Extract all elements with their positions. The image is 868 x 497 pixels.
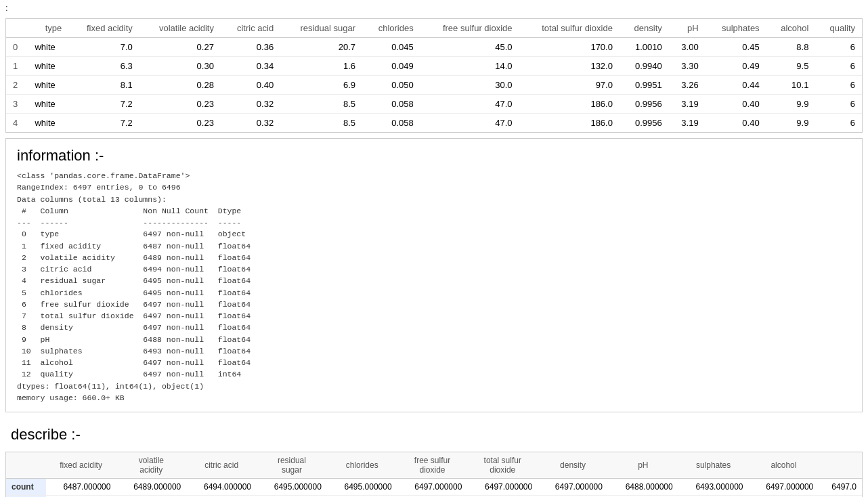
describe-header-row-1: fixed acidity volatileacidity citric aci… — [6, 452, 862, 479]
data-table-cell: 132.0 — [519, 57, 620, 76]
describe-col-extra — [819, 452, 862, 479]
data-table-cell: 6 — [815, 76, 862, 95]
data-table-cell: 6.9 — [280, 76, 362, 95]
data-table-cell: 9.9 — [766, 114, 816, 133]
describe-col-free-sulfur: free sulfurdioxide — [397, 452, 468, 479]
data-table: type fixed acidity volatile acidity citr… — [6, 19, 862, 132]
col-sulphates-header: sulphates — [706, 19, 766, 38]
data-table-cell: 0.058 — [362, 114, 420, 133]
data-table-cell: 0.32 — [221, 95, 280, 114]
data-table-header-row: type fixed acidity volatile acidity citr… — [6, 19, 862, 38]
info-section: information :- <class 'pandas.core.frame… — [5, 138, 863, 412]
describe-table-cell: 6493.000000 — [678, 479, 749, 496]
data-table-cell: 6 — [815, 38, 862, 57]
col-chlorides-header: chlorides — [362, 19, 420, 38]
describe-col-chlorides: chlorides — [327, 452, 397, 479]
data-table-cell: 8.1 — [68, 76, 139, 95]
describe-col-total-sulfur: total sulfurdioxide — [467, 452, 538, 479]
data-table-cell: 0.44 — [706, 76, 766, 95]
data-table-cell: 1.6 — [280, 57, 362, 76]
data-table-cell: 9.9 — [766, 95, 816, 114]
data-table-cell: 7.2 — [68, 114, 139, 133]
describe-table-container: fixed acidity volatileacidity citric aci… — [5, 452, 863, 497]
data-table-cell: 6 — [815, 95, 862, 114]
describe-table-cell: 6495.000000 — [327, 479, 397, 496]
data-table-row: 3white7.20.230.328.50.05847.0186.00.9956… — [6, 95, 862, 114]
data-table-cell: 8.8 — [766, 38, 816, 57]
describe-col-citric: citric acid — [186, 452, 257, 479]
data-table-cell: 3.19 — [669, 95, 706, 114]
describe-col-sulphates: sulphates — [678, 452, 749, 479]
data-table-cell: white — [28, 57, 68, 76]
data-table-cell: 3.19 — [669, 114, 706, 133]
data-table-cell: white — [28, 38, 68, 57]
data-table-cell: 170.0 — [519, 38, 620, 57]
data-table-cell: 3 — [6, 95, 28, 114]
data-table-cell: 0.9956 — [620, 95, 669, 114]
data-table-cell: 0.045 — [362, 38, 420, 57]
data-table-cell: 6 — [815, 114, 862, 133]
data-table-cell: 1 — [6, 57, 28, 76]
describe-col-volatile: volatileacidity — [116, 452, 186, 479]
data-table-cell: 0.49 — [706, 57, 766, 76]
describe-col-alcohol: alcohol — [749, 452, 819, 479]
describe-col-density: density — [538, 452, 608, 479]
data-table-cell: 10.1 — [766, 76, 816, 95]
data-table-cell: 2 — [6, 76, 28, 95]
data-table-cell: 0.9951 — [620, 76, 669, 95]
describe-table-cell: 6489.000000 — [116, 479, 186, 496]
describe-col-fixed-acidity: fixed acidity — [46, 452, 116, 479]
data-table-cell: 0.049 — [362, 57, 420, 76]
data-table-cell: 47.0 — [420, 95, 519, 114]
data-table-cell: 47.0 — [420, 114, 519, 133]
col-free-sulfur-header: free sulfur dioxide — [420, 19, 519, 38]
data-table-cell: 0.050 — [362, 76, 420, 95]
describe-table-cell: 6497.000000 — [538, 479, 608, 496]
info-title: information :- — [17, 147, 851, 165]
col-ph-header: pH — [669, 19, 706, 38]
describe-table-cell: 6497.000000 — [749, 479, 819, 496]
describe-table-cell: count — [6, 479, 46, 496]
col-density-header: density — [620, 19, 669, 38]
data-table-cell: 3.00 — [669, 38, 706, 57]
data-table-cell: 1.0010 — [620, 38, 669, 57]
data-table-cell: 0.9956 — [620, 114, 669, 133]
data-table-cell: 0.36 — [221, 38, 280, 57]
col-quality-header: quality — [815, 19, 862, 38]
col-total-sulfur-header: total sulfur dioxide — [519, 19, 620, 38]
data-table-cell: 0.45 — [706, 38, 766, 57]
describe-table-cell: 6497.0 — [819, 479, 862, 496]
data-table-cell: white — [28, 76, 68, 95]
data-table-cell: 4 — [6, 114, 28, 133]
describe-table-cell: 6497.000000 — [467, 479, 538, 496]
data-table-cell: 0.23 — [139, 95, 221, 114]
col-fixed-acidity-header: fixed acidity — [68, 19, 139, 38]
data-table-cell: 0.9940 — [620, 57, 669, 76]
data-table-cell: 30.0 — [420, 76, 519, 95]
data-table-cell: 7.0 — [68, 38, 139, 57]
col-residual-sugar-header: residual sugar — [280, 19, 362, 38]
data-table-cell: 0.30 — [139, 57, 221, 76]
describe-title: describe :- — [11, 426, 857, 444]
data-table-cell: 6.3 — [68, 57, 139, 76]
describe-table-cell: 6494.000000 — [186, 479, 257, 496]
data-table-cell: 20.7 — [280, 38, 362, 57]
data-table-cell: 0.23 — [139, 114, 221, 133]
data-table-row: 0white7.00.270.3620.70.04545.0170.01.001… — [6, 38, 862, 57]
describe-section: describe :- — [0, 418, 868, 452]
data-table-cell: 0.27 — [139, 38, 221, 57]
data-table-cell: 0.40 — [706, 114, 766, 133]
col-volatile-acidity-header: volatile acidity — [139, 19, 221, 38]
data-table-container: type fixed acidity volatile acidity citr… — [5, 18, 863, 133]
data-table-cell: 0.058 — [362, 95, 420, 114]
data-table-cell: 3.26 — [669, 76, 706, 95]
describe-col-residual: residualsugar — [257, 452, 327, 479]
data-table-cell: 0.34 — [221, 57, 280, 76]
describe-col-ph: pH — [608, 452, 678, 479]
data-table-cell: 0.28 — [139, 76, 221, 95]
data-table-cell: 6 — [815, 57, 862, 76]
data-table-cell: 7.2 — [68, 95, 139, 114]
data-table-cell: 14.0 — [420, 57, 519, 76]
describe-table-body: count6487.0000006489.0000006494.00000064… — [6, 479, 862, 498]
describe-col-stat — [6, 452, 46, 479]
